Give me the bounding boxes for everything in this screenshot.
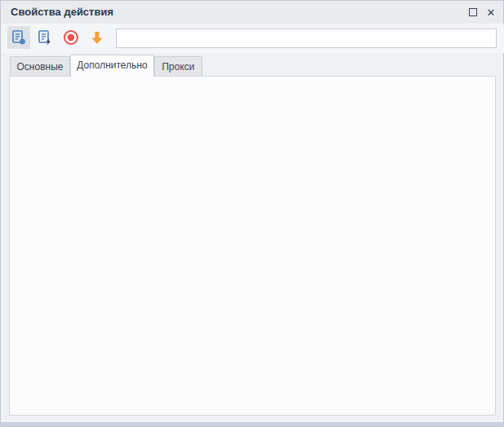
title-bar: Свойства действия ✕ (1, 1, 503, 24)
tab-osnovnye[interactable]: Основные (10, 56, 70, 77)
tab-proksi[interactable]: Прокси (154, 56, 202, 77)
toolbar (2, 24, 504, 53)
maximize-icon (469, 8, 477, 16)
record-icon (62, 29, 80, 46)
tab-content-panel (9, 76, 496, 416)
record-button[interactable] (60, 26, 82, 49)
maximize-button[interactable] (466, 5, 480, 20)
action-properties-button[interactable] (7, 26, 30, 49)
edit-action-button[interactable] (33, 26, 56, 49)
arrow-down-icon (88, 29, 106, 46)
close-button[interactable]: ✕ (484, 5, 498, 20)
tab-dopolnitelno[interactable]: Дополнительно (70, 55, 154, 77)
download-button[interactable] (86, 26, 108, 49)
toolbar-input[interactable] (116, 29, 497, 48)
document-gear-icon (10, 29, 28, 46)
window-title: Свойства действия (11, 6, 113, 18)
document-lightning-icon (36, 29, 54, 46)
window-bottom-edge (1, 422, 503, 426)
close-icon: ✕ (487, 7, 496, 19)
action-properties-window: Свойства действия ✕ (0, 0, 504, 427)
